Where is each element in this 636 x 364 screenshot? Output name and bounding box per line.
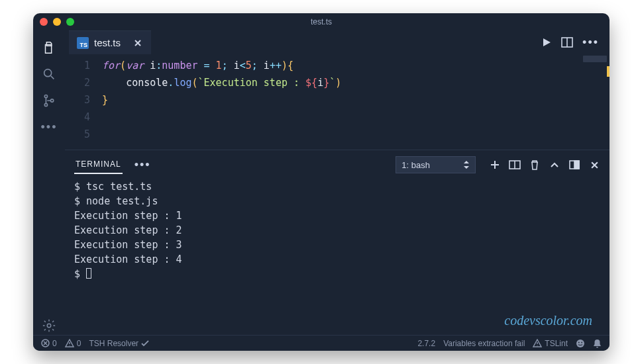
status-warnings[interactable]: 0 — [65, 339, 81, 348]
tab-label: test.ts — [94, 37, 121, 48]
tab-bar: TS test.ts ••• — [65, 30, 610, 54]
new-terminal-icon[interactable] — [489, 159, 501, 171]
svg-rect-8 — [574, 161, 579, 169]
watermark: codevscolor.com — [504, 313, 592, 328]
panel-tab-terminal[interactable]: TERMINAL — [74, 156, 123, 174]
tab-close-icon[interactable] — [132, 38, 143, 48]
overview-ruler-marker — [607, 66, 610, 77]
terminal-shell-label: 1: bash — [401, 160, 430, 170]
editor-more-icon[interactable]: ••• — [582, 36, 599, 50]
line-number: 2 — [65, 74, 102, 91]
titlebar: test.ts — [33, 13, 610, 30]
code-line[interactable]: for(var i:number = 1; i<5; i++){ — [102, 57, 293, 74]
explorer-icon[interactable] — [40, 38, 58, 57]
toggle-panel-icon[interactable] — [568, 159, 580, 171]
search-icon[interactable] — [40, 65, 58, 83]
svg-point-11 — [578, 341, 580, 343]
close-panel-icon[interactable] — [588, 159, 600, 171]
split-terminal-icon[interactable] — [509, 159, 521, 171]
error-icon — [41, 339, 50, 347]
more-icon[interactable]: ••• — [40, 118, 58, 136]
source-control-icon[interactable] — [40, 91, 58, 110]
status-bell-icon[interactable] — [593, 339, 602, 348]
status-resolver[interactable]: TSH Resolver — [89, 339, 149, 348]
tab-test-ts[interactable]: TS test.ts — [69, 30, 151, 54]
line-number: 5 — [65, 126, 102, 143]
status-bar: 0 0 TSH Resolver 2.7.2 Variables extract… — [33, 335, 610, 351]
split-editor-icon[interactable] — [561, 37, 573, 48]
code-line[interactable]: } — [102, 91, 108, 109]
panel-more-icon[interactable]: ••• — [129, 158, 156, 172]
svg-point-4 — [47, 324, 51, 328]
terminal-shell-selector[interactable]: 1: bash — [396, 156, 476, 173]
svg-point-1 — [44, 95, 47, 97]
line-number: 1 — [65, 57, 102, 74]
terminal-output[interactable]: $ tsc test.ts $ node test.js Execution s… — [65, 174, 610, 335]
bottom-panel: TERMINAL ••• 1: bash $ tsc — [65, 150, 610, 335]
code-editor[interactable]: 1for(var i:number = 1; i<5; i++){2 conso… — [65, 54, 610, 150]
warning-icon — [65, 339, 74, 347]
svg-point-2 — [44, 103, 47, 106]
status-linter[interactable]: TSLint — [533, 339, 568, 348]
maximize-panel-icon[interactable] — [549, 159, 560, 171]
terminal-cursor — [86, 268, 91, 279]
run-icon[interactable] — [541, 37, 552, 48]
status-message[interactable]: Variables extraction fail — [443, 339, 525, 348]
status-version[interactable]: 2.7.2 — [417, 339, 435, 348]
status-errors[interactable]: 0 — [41, 339, 57, 348]
minimap[interactable] — [583, 56, 607, 62]
typescript-icon: TS — [77, 37, 89, 49]
line-number: 3 — [65, 91, 102, 109]
svg-point-12 — [581, 341, 582, 343]
line-number: 4 — [65, 109, 102, 126]
status-feedback-icon[interactable] — [576, 339, 585, 348]
warning-icon — [533, 339, 542, 347]
svg-point-10 — [576, 340, 584, 347]
check-icon — [141, 340, 149, 347]
code-line[interactable]: console.log(`Execution step : ${i}`) — [102, 74, 341, 91]
updown-icon — [463, 161, 470, 169]
kill-terminal-icon[interactable] — [529, 159, 541, 171]
svg-point-0 — [44, 69, 52, 77]
activity-bar: ••• — [33, 30, 65, 335]
svg-point-3 — [50, 99, 53, 102]
settings-icon[interactable] — [40, 316, 58, 335]
window-title: test.ts — [33, 17, 610, 26]
